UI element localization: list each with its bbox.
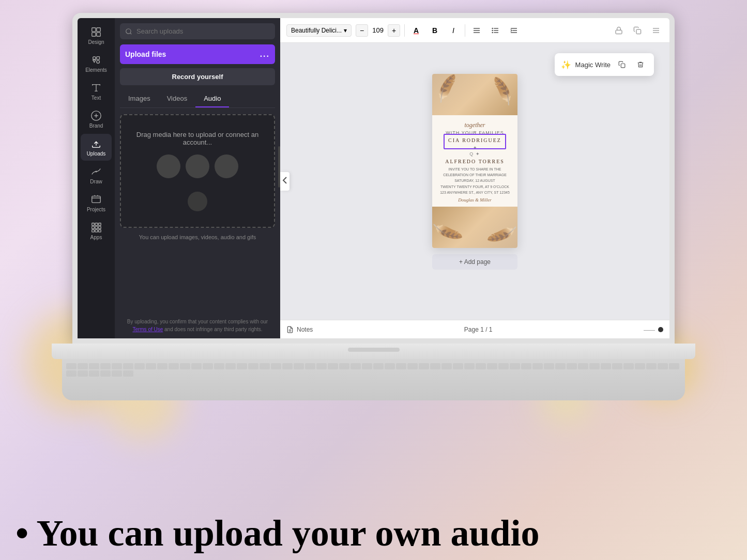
keyboard-key: [225, 363, 236, 369]
keyboard-key: [419, 363, 429, 369]
uploads-panel: Upload files ... Record yourself Images …: [115, 18, 280, 338]
brand-label: Brand: [89, 123, 103, 129]
apps-label: Apps: [90, 235, 102, 240]
italic-button[interactable]: I: [446, 23, 461, 38]
search-input[interactable]: [136, 27, 270, 35]
keyboard-key: [373, 363, 384, 369]
text-selection-box: [444, 134, 506, 149]
keyboard-key: [339, 363, 349, 369]
svg-rect-3: [97, 33, 100, 36]
svg-rect-9: [92, 223, 95, 226]
tab-images[interactable]: Images: [120, 90, 159, 107]
keyboard-key: [180, 363, 190, 369]
keyboard-key: [169, 363, 179, 369]
laptop-base: [52, 344, 695, 359]
font-size-increase[interactable]: +: [388, 24, 400, 37]
svg-rect-32: [636, 29, 641, 34]
terms-link[interactable]: Terms of Use: [132, 326, 163, 332]
tab-videos[interactable]: Videos: [159, 90, 196, 107]
sidebar-item-elements[interactable]: Elements: [81, 50, 112, 77]
canvas-scroll[interactable]: ✨ Magic Write: [280, 43, 669, 320]
font-size-decrease[interactable]: −: [356, 24, 368, 37]
list-button[interactable]: [488, 23, 502, 38]
magic-write-delete[interactable]: [633, 57, 648, 72]
keyboard-key: [498, 363, 509, 369]
keyboard-key: [362, 363, 372, 369]
keyboard-key: [260, 363, 270, 369]
lock-icon[interactable]: [612, 23, 626, 38]
sidebar-item-uploads[interactable]: Uploads: [81, 134, 112, 161]
svg-rect-16: [95, 230, 98, 232]
keyboard-key: [89, 363, 99, 369]
keyboard-key: [294, 363, 304, 369]
keyboard-key: [555, 363, 566, 369]
feather-bottom-right: 🪶: [485, 217, 517, 248]
sidebar-item-projects[interactable]: Projects: [81, 190, 112, 216]
card-name2: ALFREDO TORRES: [438, 159, 511, 164]
keyboard-key: [601, 363, 611, 369]
uploads-icon: [90, 138, 102, 149]
zoom-line: ——: [644, 326, 655, 333]
indent-button[interactable]: [507, 23, 521, 38]
svg-rect-12: [92, 226, 95, 229]
tab-audio[interactable]: Audio: [195, 90, 229, 107]
keyboard-key: [100, 363, 111, 369]
svg-point-7: [96, 171, 97, 172]
toolbar: Beautifully Delici... ▾ − 109 + A B: [280, 18, 669, 43]
text-color-button[interactable]: A: [409, 23, 423, 38]
feather-bottom-left: 🪶: [432, 215, 464, 246]
keyboard-key: [612, 363, 622, 369]
text-label: Text: [92, 95, 101, 101]
laptop-container: Design Elements: [52, 13, 695, 400]
svg-rect-2: [92, 33, 96, 36]
sidebar-item-apps[interactable]: Apps: [81, 217, 112, 244]
font-selector[interactable]: Beautifully Delici... ▾: [286, 24, 352, 37]
svg-rect-5: [97, 57, 100, 60]
sidebar-item-text[interactable]: Text: [81, 78, 112, 105]
sidebar: Design Elements: [78, 18, 115, 338]
upload-drop-area[interactable]: Drag media here to upload or connect an …: [120, 114, 275, 228]
zoom-control: ——: [644, 326, 663, 333]
bold-button[interactable]: B: [428, 23, 442, 38]
svg-rect-8: [92, 196, 101, 203]
sidebar-item-design[interactable]: Design: [81, 22, 112, 49]
sidebar-item-draw[interactable]: Draw: [81, 162, 112, 189]
keyboard-key: [476, 363, 486, 369]
magic-write-copy[interactable]: [615, 57, 629, 72]
upload-files-label: Upload files: [125, 50, 166, 58]
upload-info: You can upload images, videos, audio and…: [120, 234, 275, 240]
panel-collapse-button[interactable]: [280, 172, 289, 191]
keyboard-key: [441, 363, 452, 369]
svg-rect-15: [92, 230, 95, 232]
design-icon: [90, 26, 102, 38]
search-bar[interactable]: [120, 23, 275, 39]
canvas-area: Beautifully Delici... ▾ − 109 + A B: [280, 18, 669, 338]
elements-icon: [90, 54, 102, 66]
align-button[interactable]: [469, 23, 484, 38]
zoom-dot: [658, 327, 663, 332]
circle-1: [157, 154, 180, 178]
more-icon[interactable]: [649, 23, 663, 38]
keyboard-key: [282, 363, 293, 369]
svg-point-18: [126, 28, 131, 33]
chevron-down-icon: ▾: [344, 27, 347, 34]
sidebar-item-brand[interactable]: Brand: [81, 106, 112, 133]
copy-icon[interactable]: [630, 23, 645, 38]
draw-label: Draw: [90, 179, 102, 184]
toolbar-separator-1: [404, 24, 405, 37]
bottom-bar: Notes Page 1 / 1 ——: [280, 320, 669, 338]
keyboard-key: [146, 363, 156, 369]
svg-point-4: [93, 57, 96, 60]
laptop-keyboard: [62, 359, 685, 400]
keyboard-key: [328, 363, 338, 369]
keyboard-key: [271, 363, 281, 369]
keyboard-key: [407, 363, 418, 369]
uploads-label: Uploads: [87, 151, 106, 157]
add-page-button[interactable]: + Add page: [432, 254, 517, 270]
magic-write-icon: ✨: [561, 60, 571, 70]
upload-files-button[interactable]: Upload files ...: [120, 44, 275, 64]
keyboard-key: [430, 363, 440, 369]
record-yourself-button[interactable]: Record yourself: [120, 68, 275, 85]
invitation-card[interactable]: 🪶 🪶 together WITH YOUR FAMILIES: [432, 74, 517, 248]
notes-button[interactable]: Notes: [286, 326, 313, 333]
